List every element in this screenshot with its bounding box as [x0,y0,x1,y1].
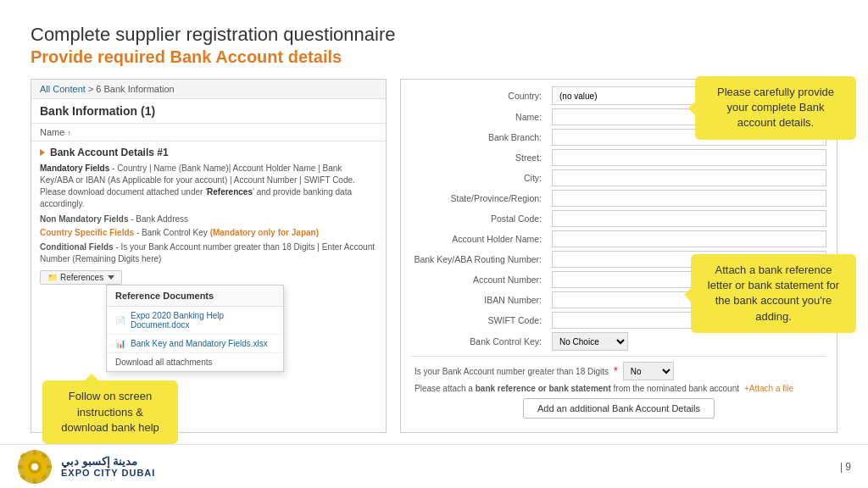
divider [411,356,826,357]
postal-input[interactable] [552,210,826,227]
eighteen-digits-label: Is your Bank Account number greater than… [415,367,609,376]
street-input[interactable] [552,149,826,166]
bank-account-title: Bank Account Details #1 [50,147,169,158]
eighteen-digits-select[interactable]: No Yes [623,362,674,380]
bank-control-label: Bank Control Key: [411,336,547,347]
name-column-header: Name ↑ [31,124,386,141]
street-label: Street: [411,152,547,163]
ref-item-2[interactable]: 📊 Bank Key and Mandatory Fields.xlsx [107,335,283,353]
account-holder-row: Account Holder Name: [411,230,826,247]
bank-info-title: Bank Information (1) [31,99,386,124]
bank-key-label: Bank Key/ABA Routing Number: [411,254,547,264]
swift-label: SWIFT Code: [411,315,547,325]
state-row: State/Province/Region: [411,190,826,207]
ref-dropdown-title: Reference Documents [107,286,283,307]
svg-rect-6 [18,465,23,469]
svg-rect-4 [33,450,36,455]
city-label: City: [411,173,547,183]
mandatory-fields-desc: Mandatory Fields - Country | Name (Bank … [40,163,377,210]
page-subtitle: Provide required Bank Account details [31,47,837,67]
svg-rect-5 [33,479,36,484]
bank-branch-label: Bank Branch: [411,132,547,142]
main-page: Complete supplier registration questionn… [0,0,868,488]
conditional-desc: Conditional Fields - Is your Bank Accoun… [40,241,377,265]
callout-bottom-left: Follow on screen instructions & download… [42,380,178,444]
iban-label: IBAN Number: [411,295,547,305]
country-specific-text: - Bank Control Key (Mandatory only for J… [136,228,319,237]
ref-item-1-name: Expo 2020 Banking Help Document.docx [131,311,275,330]
download-all-btn[interactable]: Download all attachments [107,353,283,371]
name-label-form: Name: [411,112,547,122]
account-holder-label: Account Holder Name: [411,234,547,244]
city-row: City: [411,169,826,186]
breadcrumb-separator: > [88,84,96,94]
non-mandatory-text: - Bank Address [131,214,188,224]
country-specific-desc: Country Specific Fields - Bank Control K… [40,228,377,237]
ref-item-2-name: Bank Key and Mandatory Fields.xlsx [131,339,268,348]
breadcrumb-all-content[interactable]: All Content [40,84,86,94]
name-label: Name ↑ [40,127,71,137]
account-number-label: Account Number: [411,274,547,285]
expo-logo-icon [17,449,53,485]
expo-arabic-text: مدينة إكسبو دبي [61,455,137,468]
street-row: Street: [411,149,826,166]
country-label: Country: [411,91,547,101]
non-mandatory-desc: Non Mandatory Fields - Bank Address [40,214,377,224]
conditional-label: Conditional Fields [40,242,114,252]
callout-top-right: Please carefully provide your complete B… [695,76,856,140]
callout-bottom-right: Attach a bank reference letter or bank s… [691,254,856,333]
page-title: Complete supplier registration questionn… [31,24,837,46]
ref-item-1[interactable]: 📄 Expo 2020 Banking Help Document.docx [107,307,283,335]
expo-english-text: EXPO CITY DUBAI [61,468,155,478]
eighteen-digits-row: Is your Bank Account number greater than… [411,362,826,380]
state-input[interactable] [552,190,826,207]
bank-control-row: Bank Control Key: No Choice [411,332,826,351]
doc-icon-2: 📊 [115,339,125,348]
attach-label: Please attach a bank reference or bank s… [415,384,739,393]
city-input[interactable] [552,169,826,186]
country-specific-label: Country Specific Fields [40,228,134,237]
references-label: References [60,273,103,282]
collapse-icon[interactable] [40,149,45,156]
chevron-down-icon [108,275,114,280]
breadcrumb-section: 6 Bank Information [96,84,174,94]
bank-account-section: Bank Account Details #1 Mandatory Fields… [31,141,386,290]
add-bank-account-btn[interactable]: Add an additional Bank Account Details [523,398,715,419]
bank-control-select[interactable]: No Choice [552,332,628,351]
postal-row: Postal Code: [411,210,826,227]
account-holder-input[interactable] [552,230,826,247]
footer: مدينة إكسبو دبي EXPO CITY DUBAI | 9 [0,444,868,488]
postal-label: Postal Code: [411,214,547,224]
references-button[interactable]: 📁 References [40,270,122,285]
svg-rect-7 [47,465,52,469]
folder-icon: 📁 [47,273,58,282]
attach-file-link[interactable]: +Attach a file [744,384,793,393]
required-star: * [614,365,618,377]
left-panel: All Content > 6 Bank Information Bank In… [31,79,387,433]
reference-documents-dropdown: Reference Documents 📄 Expo 2020 Banking … [106,285,284,372]
attach-row: Please attach a bank reference or bank s… [411,384,826,393]
page-number: | 9 [840,461,851,473]
expo-logo: مدينة إكسبو دبي EXPO CITY DUBAI [17,449,155,485]
doc-icon-1: 📄 [115,316,125,325]
mandatory-label: Mandatory Fields [40,164,109,173]
expo-name: مدينة إكسبو دبي EXPO CITY DUBAI [61,455,155,478]
svg-point-3 [31,463,38,470]
breadcrumb: All Content > 6 Bank Information [31,80,386,99]
non-mandatory-label: Non Mandatory Fields [40,214,128,224]
state-label: State/Province/Region: [411,193,547,203]
